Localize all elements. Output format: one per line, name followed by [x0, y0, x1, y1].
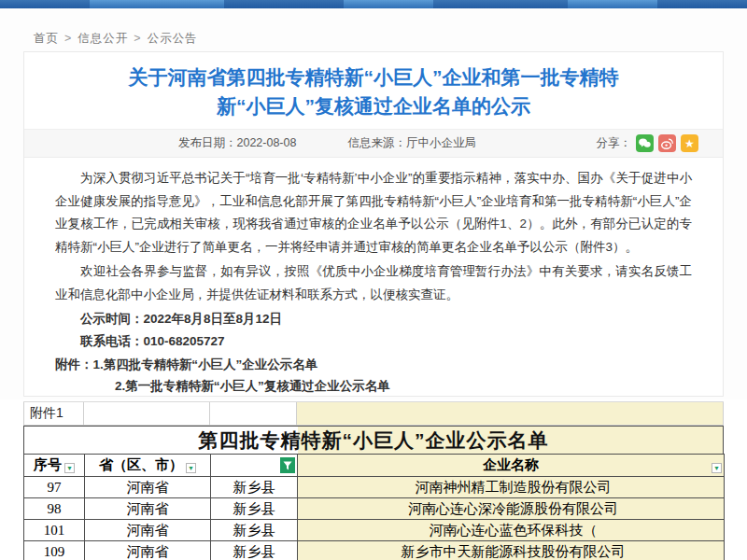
table-title: 第四批专精特新“小巨人”企业公示名单 [23, 426, 724, 454]
dropdown-arrow-icon[interactable]: ▼ [64, 463, 75, 473]
dropdown-arrow-icon[interactable]: ▼ [186, 463, 196, 473]
article-meta-bar: 发布日期：2022-08-08 信息来源：厅中小企业局 分享： ★ [24, 129, 723, 158]
share-bar: 分享： ★ [597, 134, 699, 152]
weibo-icon[interactable] [658, 134, 676, 152]
table-row: 109河南省新乡县新乡市中天新能源科技股份有限公司 [24, 541, 725, 560]
attachments-label: 附件： [55, 357, 93, 371]
info-source: 信息来源：厅中小企业局 [347, 135, 476, 151]
col-header-county [211, 455, 298, 477]
attachment-sheet-preview: 附件1 第四批专精特新“小巨人”企业公示名单 序号▼ 省（区、市）▼ 企业名称▼ [0, 399, 747, 560]
breadcrumb-announcements[interactable]: 公示公告 [148, 32, 198, 45]
col-header-company: 企业名称▼ [298, 455, 725, 477]
cell-county: 新乡县 [211, 498, 298, 520]
cell-company: 新乡市中天新能源科技股份有限公司 [298, 541, 725, 560]
cell-county: 新乡县 [211, 541, 298, 560]
cell-seq: 98 [24, 498, 85, 520]
breadcrumb-home[interactable]: 首页 [34, 32, 59, 45]
cell-county: 新乡县 [211, 520, 298, 541]
breadcrumb-separator: > [64, 32, 72, 45]
cell-province: 河南省 [85, 477, 211, 498]
top-nav-bar [0, 0, 747, 8]
company-table: 序号▼ 省（区、市）▼ 企业名称▼ 97河南省新乡县河南神州精工制造股份有限公司… [23, 454, 725, 560]
cell-province: 河南省 [85, 498, 211, 520]
paragraph-2: 欢迎社会各界参与监督，如有异议，按照《优质中小企业梯度培育管理暂行办法》中有关要… [55, 260, 692, 306]
cell-province: 河南省 [85, 520, 211, 541]
page-title: 关于河南省第四批专精特新“小巨人”企业和第一批专精特 新“小巨人”复核通过企业名… [93, 63, 654, 120]
col-header-province: 省（区、市）▼ [85, 455, 211, 477]
publicity-time: 公示时间：2022年8月8日至8月12日 [55, 308, 692, 330]
paragraph-1: 为深入贯彻习近平总书记关于“培育一批‘专精特新’中小企业”的重要指示精神，落实中… [55, 167, 692, 259]
wechat-icon[interactable] [636, 134, 654, 152]
article-body: 为深入贯彻习近平总书记关于“培育一批‘专精特新’中小企业”的重要指示精神，落实中… [24, 158, 723, 441]
col-header-seq: 序号▼ [24, 455, 85, 477]
sheet-corner-row: 附件1 [23, 401, 724, 426]
spreadsheet-grid: 附件1 第四批专精特新“小巨人”企业公示名单 序号▼ 省（区、市）▼ 企业名称▼ [23, 401, 724, 560]
breadcrumb: 首页>信息公开>公示公告 [34, 31, 198, 47]
share-label: 分享： [597, 135, 632, 151]
table-body: 97河南省新乡县河南神州精工制造股份有限公司98河南省新乡县河南心连心深冷能源股… [24, 477, 725, 560]
cell-seq: 97 [24, 477, 85, 498]
table-row: 98河南省新乡县河南心连心深冷能源股份有限公司 [24, 498, 725, 520]
page-title-line1: 关于河南省第四批专精特新“小巨人”企业和第一批专精特 [93, 63, 654, 91]
cell-province: 河南省 [85, 541, 211, 560]
cell-seq: 101 [24, 520, 85, 541]
cell-county: 新乡县 [211, 477, 298, 498]
breadcrumb-info-disclosure[interactable]: 信息公开 [78, 32, 128, 45]
empty-cell [297, 402, 724, 425]
active-filter-funnel-icon[interactable] [280, 457, 295, 473]
publish-date: 发布日期：2022-08-08 [178, 135, 296, 151]
empty-cell [84, 402, 210, 425]
cell-company: 河南神州精工制造股份有限公司 [298, 477, 725, 498]
qzone-star-icon[interactable]: ★ [681, 134, 698, 152]
attachment-item-1: 附件：1.第四批专精特新“小巨人”企业公示名单 [55, 354, 692, 375]
table-row: 97河南省新乡县河南神州精工制造股份有限公司 [24, 477, 725, 498]
cell-company: 河南心连心蓝色环保科技（ [298, 520, 725, 541]
cell-company: 河南心连心深冷能源股份有限公司 [298, 498, 725, 520]
breadcrumb-separator: > [134, 32, 141, 45]
table-header-row: 序号▼ 省（区、市）▼ 企业名称▼ [24, 455, 725, 477]
attachment-corner-label: 附件1 [23, 402, 84, 425]
empty-cell [210, 402, 297, 425]
contact-phone: 联系电话：010-68205727 [55, 330, 692, 353]
article-card: 关于河南省第四批专精特新“小巨人”企业和第一批专精特 新“小巨人”复核通过企业名… [23, 51, 724, 397]
cell-seq: 109 [24, 541, 85, 560]
page-title-line2: 新“小巨人”复核通过企业名单的公示 [93, 91, 654, 120]
attachment-item-2: 2.第一批专精特新“小巨人”复核通过企业公示名单 [55, 375, 692, 397]
table-row: 101河南省新乡县河南心连心蓝色环保科技（ [24, 520, 725, 541]
dropdown-arrow-icon[interactable]: ▼ [712, 463, 722, 473]
